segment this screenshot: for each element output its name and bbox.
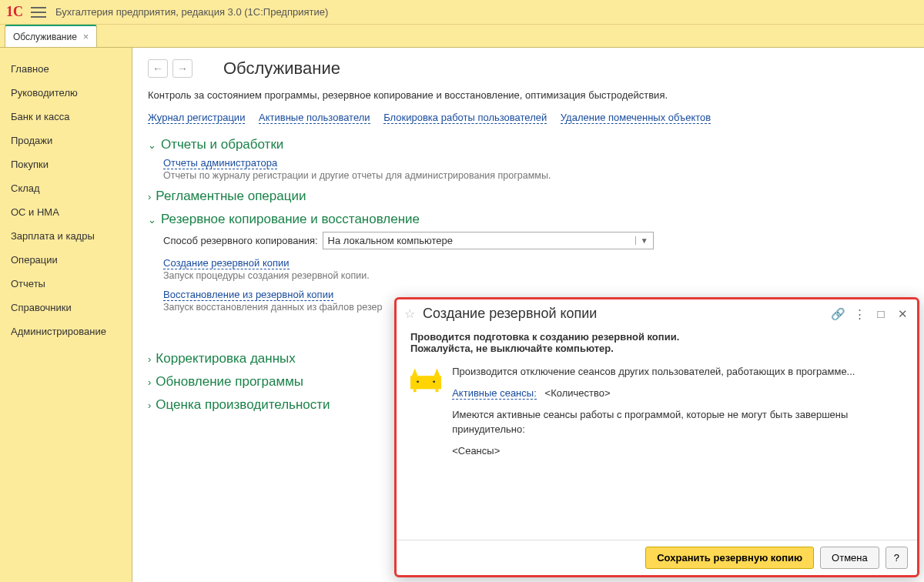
sidebar-item-purchases[interactable]: Покупки (0, 152, 132, 176)
dialog-title: Создание резервной копии (423, 306, 823, 322)
nav-forward-button[interactable]: → (172, 59, 192, 78)
backup-method-label: Способ резервного копирования: (163, 235, 318, 246)
tabbar: Обслуживание × (0, 25, 924, 48)
sidebar-item-bank[interactable]: Банк и касса (0, 105, 132, 129)
help-button[interactable]: ? (886, 547, 908, 569)
active-sessions-link[interactable]: Активные сеансы: (452, 387, 537, 400)
chevron-down-icon: ⌄ (148, 214, 156, 226)
sidebar-item-sales[interactable]: Продажи (0, 129, 132, 152)
titlebar: 1C Бухгалтерия предприятия, редакция 3.0… (0, 0, 924, 25)
cat-icon (410, 365, 441, 393)
dialog-disconnect-text: Производится отключение сеансов других п… (452, 365, 903, 379)
cancel-button[interactable]: Отмена (820, 547, 879, 569)
svg-marker-2 (434, 369, 440, 376)
chevron-right-icon: › (148, 353, 151, 365)
dialog-sessions-placeholder: <Сеансы> (452, 444, 903, 458)
sidebar-item-salary[interactable]: Зарплата и кадры (0, 224, 132, 248)
chevron-right-icon: › (148, 400, 151, 411)
sidebar-item-main[interactable]: Главное (0, 57, 132, 81)
chevron-down-icon: ⌄ (148, 139, 156, 151)
sidebar-item-manager[interactable]: Руководителю (0, 81, 132, 105)
save-backup-button[interactable]: Сохранить резервную копию (645, 547, 814, 569)
link-active-users[interactable]: Активные пользователи (259, 112, 370, 124)
section-routine[interactable]: › Регламентные операции (148, 189, 909, 204)
sidebar-item-admin[interactable]: Администрирование (0, 319, 132, 343)
sidebar-item-assets[interactable]: ОС и НМА (0, 200, 132, 224)
link-icon[interactable]: 🔗 (831, 307, 845, 321)
sidebar-item-operations[interactable]: Операции (0, 248, 132, 272)
sidebar: Главное Руководителю Банк и касса Продаж… (0, 48, 132, 582)
sidebar-item-warehouse[interactable]: Склад (0, 176, 132, 200)
link-delete-marked[interactable]: Удаление помеченных объектов (561, 112, 711, 124)
hamburger-icon[interactable] (31, 7, 46, 18)
sessions-count: <Количество> (545, 387, 611, 399)
dialog-warning: Проводится подготовка к созданию резервн… (410, 331, 903, 354)
page-description: Контроль за состоянием программы, резерв… (148, 89, 909, 101)
svg-point-3 (417, 380, 419, 383)
link-create-backup[interactable]: Создание резервной копии (163, 257, 290, 269)
tab-close-icon[interactable]: × (83, 31, 89, 42)
chevron-right-icon: › (148, 191, 151, 202)
app-title: Бухгалтерия предприятия, редакция 3.0 (1… (55, 6, 328, 18)
logo-1c: 1C (6, 4, 23, 20)
reports-desc: Отчеты по журналу регистрации и другие о… (163, 170, 909, 181)
nav-back-button[interactable]: ← (148, 59, 168, 78)
more-icon[interactable]: ⋮ (852, 307, 866, 321)
svg-point-4 (433, 380, 435, 383)
tab-label: Обслуживание (13, 32, 77, 42)
sidebar-item-directories[interactable]: Справочники (0, 296, 132, 319)
svg-marker-1 (412, 369, 418, 376)
link-block-users[interactable]: Блокировка работы пользователей (383, 112, 547, 124)
backup-method-select[interactable]: На локальном компьютере ▼ (323, 232, 654, 249)
tab-maintenance[interactable]: Обслуживание × (5, 25, 97, 47)
svg-rect-6 (436, 389, 439, 392)
backup-dialog: ☆ Создание резервной копии 🔗 ⋮ □ ✕ Прово… (394, 297, 919, 577)
link-admin-reports[interactable]: Отчеты администратора (163, 157, 277, 169)
dialog-active-sessions-text: Имеются активные сеансы работы с програм… (452, 408, 903, 436)
maximize-icon[interactable]: □ (874, 307, 888, 320)
chevron-right-icon: › (148, 376, 151, 388)
star-icon[interactable]: ☆ (404, 306, 415, 321)
top-links: Журнал регистрации Активные пользователи… (148, 112, 909, 123)
sidebar-item-reports[interactable]: Отчеты (0, 272, 132, 296)
create-backup-desc: Запуск процедуры создания резервной копи… (163, 270, 909, 281)
dropdown-icon[interactable]: ▼ (635, 236, 648, 245)
section-reports[interactable]: ⌄ Отчеты и обработки (148, 137, 909, 152)
link-registration-log[interactable]: Журнал регистрации (148, 112, 245, 124)
page-title: Обслуживание (223, 59, 340, 79)
close-icon[interactable]: ✕ (896, 307, 909, 321)
svg-rect-5 (413, 389, 417, 392)
section-backup[interactable]: ⌄ Резервное копирование и восстановление (148, 212, 909, 227)
link-restore-backup[interactable]: Восстановление из резервной копии (163, 289, 333, 301)
svg-rect-0 (410, 376, 441, 389)
